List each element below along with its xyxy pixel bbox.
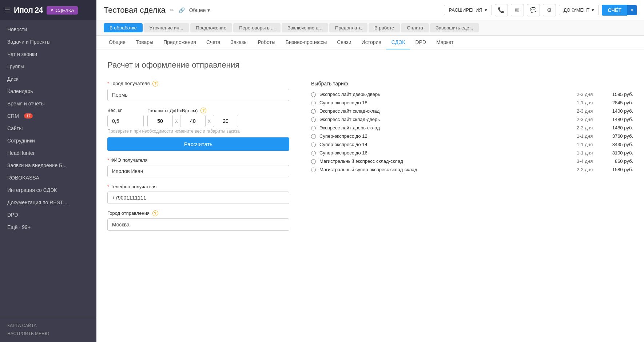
- pipeline-step-8[interactable]: Завершить сде...: [430, 23, 479, 32]
- sidebar: ☰ Ипол 24 ✕ СДЕЛКА Новости Задачи и Прое…: [0, 0, 96, 342]
- hamburger-icon[interactable]: ☰: [4, 6, 10, 14]
- tab-relations[interactable]: Связи: [332, 36, 356, 49]
- tariff-radio-0[interactable]: [311, 92, 316, 97]
- sidebar-item-news[interactable]: Новости: [0, 23, 96, 36]
- tab-robots[interactable]: Роботы: [253, 36, 280, 49]
- city-receiver-field: * Город получателя ?: [107, 81, 289, 101]
- topbar: Тестовая сделка ✏ 🔗 Общее ▾ РАСШИРЕНИЯ ▾…: [96, 0, 644, 20]
- invoice-button-group: СЧЁТ ▾: [602, 5, 637, 16]
- tariff-days: 2-3 дня: [577, 125, 600, 130]
- tab-bizproc[interactable]: Бизнес-процессы: [281, 36, 332, 49]
- tariff-item: Магистральный супер-экспресс склад-склад…: [311, 167, 633, 172]
- tab-orders[interactable]: Заказы: [226, 36, 253, 49]
- sidebar-item-headhunter[interactable]: HeadHunter: [0, 147, 96, 159]
- tariff-radio-1[interactable]: [311, 101, 316, 105]
- tariff-price: 1480 руб.: [604, 125, 633, 130]
- pipeline: В обработке Уточнение ин... Предложение …: [96, 20, 644, 36]
- phone-input[interactable]: [107, 192, 289, 204]
- pipeline-step-0[interactable]: В обработке: [104, 23, 143, 32]
- sidebar-item-disk[interactable]: Диск: [0, 73, 96, 85]
- tariff-days: 1-1 дня: [577, 133, 600, 139]
- dims-field: x x: [147, 115, 289, 127]
- sidebar-item-robokassa[interactable]: ROBOKASSA: [0, 172, 96, 184]
- pipeline-step-1[interactable]: Уточнение ин...: [144, 23, 189, 32]
- pipeline-step-6[interactable]: В работе: [369, 23, 400, 32]
- document-button[interactable]: ДОКУМЕНТ ▾: [559, 5, 599, 15]
- extensions-button[interactable]: РАСШИРЕНИЯ ▾: [444, 5, 492, 15]
- tariff-radio-8[interactable]: [311, 159, 316, 164]
- sidebar-item-time[interactable]: Время и отчеты: [0, 97, 96, 110]
- city-receiver-help-icon[interactable]: ?: [152, 81, 158, 86]
- deal-button[interactable]: ✕ СДЕЛКА: [47, 6, 78, 15]
- tariff-radio-5[interactable]: [311, 134, 316, 139]
- sidebar-item-calendar[interactable]: Календарь: [0, 85, 96, 97]
- pipeline-step-5[interactable]: Предоплата: [329, 23, 367, 32]
- email-icon-button[interactable]: ✉: [511, 4, 524, 16]
- tariff-price: 3100 руб.: [604, 150, 633, 156]
- tab-proposals[interactable]: Предложения: [158, 36, 201, 49]
- pipeline-step-2[interactable]: Предложение: [190, 23, 232, 32]
- tariff-radio-4[interactable]: [311, 126, 316, 130]
- sidebar-item-chat[interactable]: Чат и звонки: [0, 48, 96, 60]
- dims-help-icon[interactable]: ?: [200, 108, 206, 113]
- dims-sep-2: x: [208, 118, 211, 124]
- sidebar-item-dpd[interactable]: DPD: [0, 209, 96, 221]
- tariff-radio-9[interactable]: [311, 168, 316, 172]
- tariff-radio-6[interactable]: [311, 142, 316, 147]
- invoice-dropdown-button[interactable]: ▾: [627, 5, 637, 15]
- tariff-days: 2-3 дня: [577, 92, 600, 97]
- tab-history[interactable]: История: [357, 36, 386, 49]
- category-button[interactable]: Общее ▾: [189, 7, 210, 13]
- site-map-link[interactable]: КАРТА САЙТА: [7, 322, 89, 330]
- dim1-input[interactable]: [147, 115, 173, 127]
- tab-market[interactable]: Маркет: [431, 36, 458, 49]
- pipeline-step-3[interactable]: Переговоры в ...: [233, 23, 281, 32]
- weight-hint: Проверьте и при необходимости измените в…: [107, 129, 289, 134]
- chat-icon-button[interactable]: 💬: [527, 4, 540, 16]
- dim3-input[interactable]: [213, 115, 238, 127]
- sidebar-item-employees[interactable]: Сотрудники: [0, 134, 96, 147]
- invoice-main-button[interactable]: СЧЁТ: [602, 5, 627, 16]
- sidebar-item-crm[interactable]: CRM 17: [0, 110, 96, 122]
- sidebar-item-sdek[interactable]: Интеграция со СДЭК: [0, 184, 96, 196]
- city-sender-input[interactable]: [107, 218, 289, 231]
- city-receiver-input[interactable]: [107, 89, 289, 101]
- tariff-item: Экспресс лайт дверь-склад 2-3 дня 1480 р…: [311, 125, 633, 130]
- city-sender-help-icon[interactable]: ?: [152, 210, 158, 216]
- tariff-name: Экспресс лайт дверь-дверь: [319, 92, 573, 97]
- tab-goods[interactable]: Товары: [131, 36, 158, 49]
- weight-dims-inputs: x x: [107, 115, 289, 127]
- tab-sdek[interactable]: СДЭК: [386, 36, 410, 49]
- edit-icon[interactable]: ✏: [170, 7, 174, 13]
- settings-icon-button[interactable]: ⚙: [543, 4, 556, 16]
- dim2-input[interactable]: [180, 115, 206, 127]
- tab-general[interactable]: Общие: [104, 36, 131, 49]
- pipeline-step-4[interactable]: Заключение д...: [282, 23, 328, 32]
- tariff-radio-7[interactable]: [311, 151, 316, 156]
- phone-field: * Телефон получателя: [107, 184, 289, 204]
- phone-label: * Телефон получателя: [107, 184, 289, 189]
- sidebar-item-groups[interactable]: Группы: [0, 60, 96, 73]
- weight-input[interactable]: [107, 115, 144, 127]
- form-layout: * Город получателя ? Вес, кг Габариты Дх…: [107, 81, 633, 237]
- phone-icon-button[interactable]: 📞: [495, 4, 508, 16]
- tab-dpd[interactable]: DPD: [410, 36, 431, 49]
- sidebar-nav: Новости Задачи и Проекты Чат и звонки Гр…: [0, 20, 96, 317]
- tariff-price: 3760 руб.: [604, 133, 633, 139]
- pipeline-step-7[interactable]: Оплата: [401, 23, 429, 32]
- configure-menu-link[interactable]: НАСТРОИТЬ МЕНЮ: [7, 330, 89, 338]
- tariff-name: Магистральный экспресс склад-склад: [319, 158, 573, 164]
- sidebar-item-more[interactable]: Ещё · 99+: [0, 221, 96, 233]
- tariff-days: 1-1 дня: [577, 150, 600, 156]
- sidebar-item-applications[interactable]: Заявки на внедрение Б...: [0, 159, 96, 172]
- calculate-button[interactable]: Рассчитать: [107, 137, 289, 151]
- sidebar-item-rest[interactable]: Документация по REST ...: [0, 196, 96, 209]
- fio-input[interactable]: [107, 165, 289, 177]
- tab-invoices[interactable]: Счета: [201, 36, 226, 49]
- tariff-radio-2[interactable]: [311, 109, 316, 114]
- tariff-section: Выбрать тариф Экспресс лайт дверь-дверь …: [311, 81, 633, 237]
- sidebar-item-sites[interactable]: Сайты: [0, 122, 96, 134]
- link-icon[interactable]: 🔗: [179, 7, 185, 13]
- tariff-radio-3[interactable]: [311, 117, 316, 122]
- sidebar-item-tasks[interactable]: Задачи и Проекты: [0, 36, 96, 48]
